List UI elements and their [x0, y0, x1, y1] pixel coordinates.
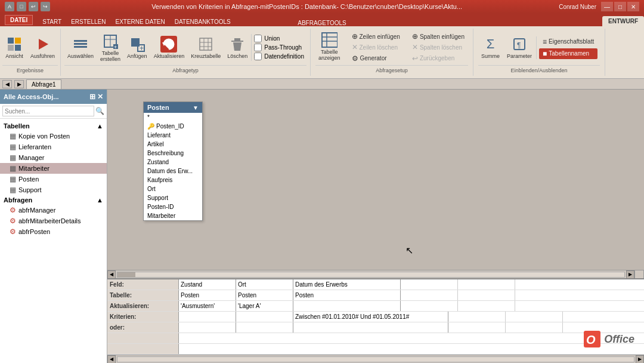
- sidebar-item-manager[interactable]: ▦ Manager: [0, 152, 107, 163]
- grid-cell-krit-3[interactable]: Zwischen #01.01.2010# Und #01.05.2011#: [293, 312, 448, 322]
- btn-tabelle-erstellen[interactable]: + Tabelleerstellen: [97, 31, 123, 64]
- btn-ausfuhren[interactable]: Ausführen: [27, 34, 58, 61]
- tab-externe-daten[interactable]: EXTERNE DATEN: [110, 17, 169, 26]
- grid-cell-oder-3[interactable]: [293, 322, 448, 333]
- field-support[interactable]: Support: [144, 193, 202, 202]
- btn-tabelle-anzeigen[interactable]: Tabelleanzeigen: [315, 30, 343, 65]
- grid-cell-tabelle-5[interactable]: [458, 290, 515, 300]
- minimize-button[interactable]: —: [601, 2, 613, 11]
- btn-aktualisieren[interactable]: Aktualisieren: [151, 34, 188, 61]
- maximize-button[interactable]: □: [614, 2, 626, 11]
- field-lieferant[interactable]: Lieferant: [144, 131, 202, 140]
- grid-cell-feld-1[interactable]: Zustand: [179, 279, 236, 290]
- field-posten-id2[interactable]: Posten-ID: [144, 202, 202, 211]
- nav-scroll-left[interactable]: ◀: [2, 80, 12, 88]
- sidebar-item-abfrmanager[interactable]: ⚙ abfrManager: [0, 205, 107, 216]
- field-asterisk[interactable]: *: [144, 113, 202, 122]
- tab-datei[interactable]: DATEI: [5, 15, 33, 25]
- field-kaufpreis[interactable]: Kaufpreis: [144, 176, 202, 184]
- option-datendefinition[interactable]: Datendefinition: [254, 52, 304, 61]
- btn-kreuztabelle[interactable]: Kreuztabelle: [188, 34, 224, 61]
- grid-cell-tabelle-4[interactable]: [401, 290, 458, 300]
- quick-access-2[interactable]: ↩: [29, 2, 38, 11]
- hscroll-track[interactable]: [117, 272, 625, 278]
- grid-cell-feld-4[interactable]: [401, 279, 458, 290]
- grid-cell-tabelle-3[interactable]: Posten: [293, 290, 401, 300]
- btn-spalten-loschen[interactable]: ✕ Spalten löschen: [408, 42, 468, 53]
- grid-cell-aktu-5[interactable]: [458, 301, 515, 311]
- tab-datenbanktools[interactable]: DATENBANKTOOLS: [170, 17, 236, 26]
- close-button[interactable]: ✕: [627, 2, 639, 11]
- grid-cell-krit-1[interactable]: [179, 312, 236, 322]
- grid-cell-feld-3[interactable]: Datum des Erwerbs: [293, 279, 401, 290]
- grid-hscroll-right[interactable]: ▶: [636, 355, 644, 364]
- btn-generator[interactable]: ⚙ Generator: [348, 53, 404, 64]
- checkbox-union[interactable]: [254, 35, 262, 42]
- hscroll-thumb[interactable]: [117, 272, 135, 277]
- search-input[interactable]: [2, 106, 94, 116]
- nav-scroll-right[interactable]: ▶: [14, 80, 24, 88]
- grid-cell-aktu-2[interactable]: 'Lager A': [236, 301, 293, 311]
- grid-cell-krit-2[interactable]: [236, 312, 293, 322]
- checkbox-datendefinition[interactable]: [254, 53, 262, 60]
- sidebar-item-abfrmitarbeiterdetails[interactable]: ⚙ abfrMitarbeiterDetails: [0, 216, 107, 226]
- btn-anfugen[interactable]: + Anfügen: [124, 34, 150, 61]
- grid-hscroll-track[interactable]: [117, 356, 634, 362]
- tab-entwurf[interactable]: ENTWURF: [602, 16, 644, 26]
- grid-cell-aktu-1[interactable]: 'Ausmustern': [179, 301, 236, 311]
- hscroll-left[interactable]: ◀: [107, 270, 116, 279]
- grid-cell-aktu-4[interactable]: [401, 301, 458, 311]
- grid-cell-aktu-3[interactable]: [293, 301, 401, 311]
- field-zustand[interactable]: Zustand: [144, 158, 202, 167]
- sidebar-item-posten[interactable]: ▦ Posten: [0, 174, 107, 184]
- grid-cell-oder-2[interactable]: [236, 322, 293, 333]
- btn-eigenschaftsblatt[interactable]: ≡ Eigenschaftsblatt: [539, 36, 597, 47]
- grid-cell-krit-5[interactable]: [506, 312, 563, 322]
- option-union[interactable]: Union: [254, 34, 304, 43]
- sidebar-item-lieferanten[interactable]: ▦ Lieferanten: [0, 141, 107, 152]
- btn-spalten-einfugen[interactable]: ⊕ Spalten einfügen: [408, 31, 468, 42]
- checkbox-pass-through[interactable]: [254, 44, 262, 51]
- btn-loschen[interactable]: Löschen: [224, 34, 250, 61]
- grid-hscroll[interactable]: ◀ ▶: [107, 355, 644, 363]
- query-designer[interactable]: Posten ▼ * 🔑 Posten_ID Lieferant Artikel: [107, 90, 644, 278]
- grid-cell-oder-4[interactable]: [448, 322, 506, 333]
- grid-cell-tabelle-2[interactable]: Posten: [236, 290, 293, 300]
- grid-cell-oder-5[interactable]: [506, 322, 563, 333]
- grid-cell-feld-2[interactable]: Ort: [236, 279, 293, 290]
- btn-zuruckgeben[interactable]: ↩ Zurückgeben: [408, 53, 468, 64]
- btn-ansicht[interactable]: Ansicht: [2, 34, 26, 61]
- field-beschreibung[interactable]: Beschreibung: [144, 149, 202, 158]
- field-datum-erwerbs[interactable]: Datum des Erw...: [144, 167, 202, 176]
- sidebar-item-abfrposten[interactable]: ⚙ abfrPosten: [0, 226, 107, 237]
- sidebar-item-kopie-von-posten[interactable]: ▦ Kopie von Posten: [0, 131, 107, 141]
- tab-start[interactable]: START: [38, 17, 66, 26]
- designer-hscroll[interactable]: ◀ ▶: [107, 270, 644, 278]
- grid-cell-krit-4[interactable]: [448, 312, 506, 322]
- grid-cell-feld-5[interactable]: [458, 279, 515, 290]
- field-posten-id[interactable]: 🔑 Posten_ID: [144, 122, 202, 131]
- btn-tabellennamen[interactable]: ■ Tabellennamen: [539, 48, 597, 59]
- sidebar-item-support[interactable]: ▦ Support: [0, 184, 107, 195]
- grid-cell-tabelle-1[interactable]: Posten: [179, 290, 236, 300]
- grid-cell-oder-1[interactable]: [179, 322, 236, 333]
- tab-abfrage1[interactable]: Abfrage1: [26, 79, 61, 89]
- quick-access-3[interactable]: ↪: [41, 2, 50, 11]
- table-box-scroll[interactable]: * 🔑 Posten_ID Lieferant Artikel Beschrei…: [144, 113, 202, 220]
- btn-auswahlen[interactable]: Auswählen: [64, 34, 97, 61]
- tab-erstellen[interactable]: ERSTELLEN: [66, 17, 110, 26]
- grid-hscroll-left[interactable]: ◀: [107, 355, 116, 364]
- option-pass-through[interactable]: Pass-Through: [254, 43, 304, 52]
- btn-parameter[interactable]: ¶ Parameter: [504, 34, 535, 61]
- btn-zeilen-einfugen[interactable]: ⊕ Zeilen einfügen: [348, 31, 404, 42]
- quick-access-1[interactable]: □: [17, 2, 26, 11]
- btn-summe[interactable]: Σ Summe: [478, 34, 503, 61]
- field-mitarbeiter[interactable]: Mitarbeiter: [144, 211, 202, 220]
- section-abfragen[interactable]: Abfragen ▲: [0, 195, 107, 205]
- field-artikel[interactable]: Artikel: [144, 140, 202, 149]
- field-ort[interactable]: Ort: [144, 184, 202, 193]
- section-tabellen[interactable]: Tabellen ▲: [0, 121, 107, 131]
- btn-zeilen-loschen[interactable]: ✕ Zeilen löschen: [348, 42, 404, 53]
- sidebar-item-mitarbeiter[interactable]: ▦ Mitarbeiter: [0, 163, 107, 174]
- hscroll-right[interactable]: ▶: [626, 270, 634, 279]
